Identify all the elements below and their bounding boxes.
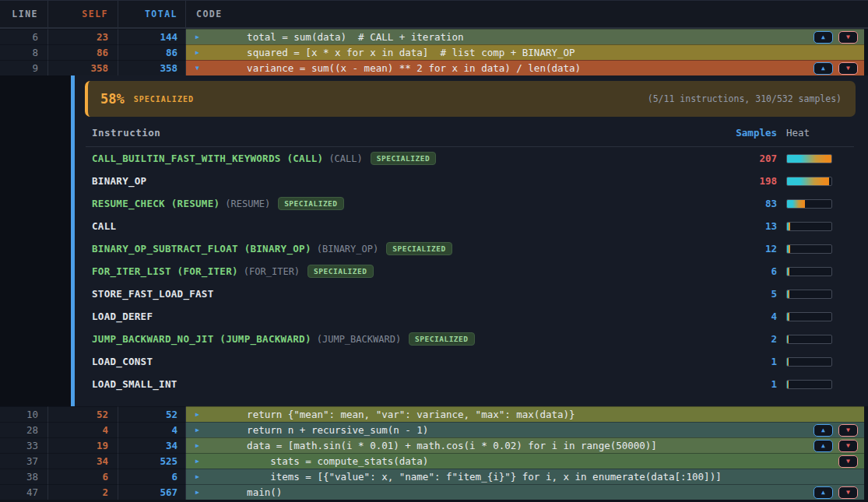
code-cell[interactable]: ▶ main() ▲ ▼ — [186, 484, 864, 500]
jump-down-button[interactable]: ▼ — [838, 31, 858, 44]
heat-bar-fill — [787, 223, 790, 230]
heat-bar — [786, 267, 832, 276]
instruction-name: RESUME_CHECK (RESUME) — [92, 198, 220, 209]
jump-buttons: ▲ ▼ — [814, 424, 858, 437]
total-samples: 6 — [118, 469, 186, 484]
self-samples: 52 — [48, 406, 118, 422]
source-code: items = [{"value": x, "name": f"item_{i}… — [206, 471, 858, 483]
line-number: 33 — [0, 437, 48, 453]
total-samples: 86 — [118, 44, 186, 60]
instruction-base-name: (RESUME) — [225, 198, 270, 209]
total-samples: 567 — [118, 484, 186, 500]
jump-up-button[interactable]: ▲ — [814, 62, 833, 75]
expander-icon[interactable]: ▶ — [195, 427, 206, 434]
heat-bar-fill — [787, 358, 789, 366]
table-row: 47 2 567 ▶ main() ▲ ▼ — [0, 484, 868, 500]
line-number: 47 — [0, 484, 48, 500]
heat-bar-fill — [787, 313, 789, 321]
table-row: 6 23 144 ▶ total = sum(data) # CALL + it… — [0, 29, 868, 44]
instruction-samples: 6 — [722, 265, 777, 277]
instruction-row: RESUME_CHECK (RESUME) (RESUME) SPECIALIZ… — [75, 192, 868, 215]
jump-down-button[interactable]: ▼ — [838, 424, 858, 437]
self-samples: 19 — [48, 437, 118, 453]
line-number: 28 — [0, 422, 48, 437]
jump-buttons: ▲ ▼ — [814, 62, 858, 75]
code-cell[interactable]: ▶ stats = compute_stats(data) ▼ — [186, 453, 864, 469]
code-cell[interactable]: ▶ squared = [x * x for x in data] # list… — [186, 44, 864, 60]
line-number: 8 — [0, 44, 48, 60]
heat-bar-fill — [787, 268, 789, 276]
instruction-samples: 198 — [722, 175, 777, 187]
line-number: 37 — [0, 453, 48, 469]
expander-icon[interactable]: ▼ — [195, 65, 206, 72]
instruction-rows: CALL_BUILTIN_FAST_WITH_KEYWORDS (CALL) (… — [75, 147, 868, 395]
heat-bar — [786, 154, 832, 163]
jump-down-button[interactable]: ▼ — [838, 62, 858, 75]
instruction-samples: 4 — [722, 311, 777, 322]
instruction-row: LOAD_SMALL_INT 1 — [75, 373, 868, 395]
heat-bar — [786, 380, 832, 389]
instruction-row: CALL 13 — [75, 215, 868, 237]
heat-bar — [786, 335, 832, 344]
line-number: 6 — [0, 29, 48, 44]
heat-bar — [786, 312, 832, 321]
jump-up-button[interactable]: ▲ — [814, 486, 833, 499]
source-code: return n + recursive_sum(n - 1) — [206, 424, 814, 436]
source-code: squared = [x * x for x in data] # list c… — [206, 47, 858, 58]
jump-buttons: ▲ ▼ — [814, 440, 858, 452]
code-cell[interactable]: ▼ variance = sum((x - mean) ** 2 for x i… — [186, 60, 864, 75]
column-header-line: LINE — [0, 1, 48, 27]
instruction-samples: 1 — [722, 378, 777, 390]
jump-down-button[interactable]: ▼ — [838, 455, 858, 468]
table-row: 9 358 358 ▼ variance = sum((x - mean) **… — [0, 60, 868, 75]
jump-up-button[interactable]: ▲ — [814, 424, 833, 437]
jump-up-button[interactable]: ▲ — [814, 440, 833, 452]
expander-icon[interactable]: ▶ — [195, 458, 206, 465]
jump-down-button[interactable]: ▼ — [838, 440, 858, 452]
heat-bar — [786, 199, 832, 209]
instruction-name: CALL_BUILTIN_FAST_WITH_KEYWORDS (CALL) — [92, 153, 323, 164]
samples-column-header: Samples — [722, 127, 777, 139]
instruction-name: CALL — [92, 220, 116, 232]
expander-icon[interactable]: ▶ — [195, 411, 206, 418]
code-cell[interactable]: ▶ items = [{"value": x, "name": f"item_{… — [186, 469, 864, 484]
total-samples: 358 — [118, 60, 186, 75]
table-row: 37 34 525 ▶ stats = compute_stats(data) … — [0, 453, 868, 469]
self-samples: 6 — [48, 469, 118, 484]
total-samples: 52 — [118, 406, 186, 422]
total-samples: 34 — [118, 437, 186, 453]
instruction-samples: 83 — [722, 198, 777, 209]
expander-icon[interactable]: ▶ — [195, 33, 206, 40]
jump-down-button[interactable]: ▼ — [838, 486, 858, 499]
heat-bar-fill — [787, 335, 789, 343]
specialization-stats: (5/11 instructions, 310/532 samples) — [648, 93, 842, 104]
code-cell[interactable]: ▶ data = [math.sin(i * 0.01) + math.cos(… — [186, 437, 864, 453]
expander-icon[interactable]: ▶ — [195, 442, 206, 449]
code-cell[interactable]: ▶ total = sum(data) # CALL + iteration ▲… — [186, 29, 864, 44]
panel-left-gutter — [0, 75, 71, 406]
expander-icon[interactable]: ▶ — [195, 489, 206, 496]
jump-buttons: ▲ ▼ — [814, 486, 858, 499]
expander-icon[interactable]: ▶ — [195, 473, 206, 480]
instruction-row: BINARY_OP_SUBTRACT_FLOAT (BINARY_OP) (BI… — [75, 237, 868, 260]
instruction-table-header: Instruction Samples Heat — [75, 118, 868, 146]
heat-bar — [786, 177, 832, 186]
jump-buttons: ▲ ▼ — [814, 31, 858, 44]
column-header-total: TOTAL — [118, 1, 186, 27]
specialized-label: SPECIALIZED — [134, 95, 194, 104]
total-samples: 144 — [118, 29, 186, 44]
instruction-base-name: (JUMP_BACKWARD) — [317, 334, 401, 345]
instruction-samples: 5 — [722, 288, 777, 300]
source-code: stats = compute_stats(data) — [206, 455, 838, 467]
instruction-base-name: (CALL) — [329, 153, 362, 164]
heat-bar-fill — [787, 290, 789, 298]
jump-up-button[interactable]: ▲ — [814, 31, 833, 44]
code-cell[interactable]: ▶ return {"mean": mean, "var": variance,… — [186, 406, 864, 422]
expander-icon[interactable]: ▶ — [195, 49, 206, 56]
table-row: 8 86 86 ▶ squared = [x * x for x in data… — [0, 44, 868, 60]
instruction-base-name: (FOR_ITER) — [244, 266, 300, 277]
column-header-code: CODE — [186, 1, 868, 27]
code-cell[interactable]: ▶ return n + recursive_sum(n - 1) ▲ ▼ — [186, 422, 864, 437]
instruction-name: FOR_ITER_LIST (FOR_ITER) — [92, 265, 238, 277]
source-code: variance = sum((x - mean) ** 2 for x in … — [206, 62, 814, 74]
